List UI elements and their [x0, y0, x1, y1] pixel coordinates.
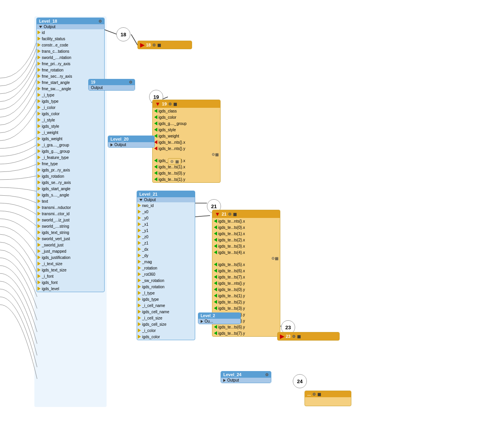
port-igds-rotation: igds_rotation	[37, 173, 104, 179]
writer-21-table-icon[interactable]: ▦	[233, 212, 237, 216]
writer-21-arrow-ts7-y	[214, 331, 217, 335]
port-arrow-i-color	[37, 105, 41, 109]
writer-21-port-ts2-y: igds_te...ts{2}.y	[212, 299, 280, 305]
port-arrow-igds-style	[37, 124, 41, 128]
port-dy: _dy	[137, 252, 195, 259]
writer-24-header[interactable]: ... ⚙ ▦	[305, 391, 351, 397]
port-sworld-ntation: sworld_....ntation	[37, 54, 104, 61]
svg-line-0	[103, 29, 117, 34]
writer-19-port-igds-te-nts-y: igds_te...nts{}.y	[153, 145, 220, 152]
writer-18-table-icon[interactable]: ▦	[157, 43, 161, 47]
port-igds-level: igds_level	[37, 286, 104, 292]
port-arrow-i-style	[37, 118, 41, 122]
writer-19-port-ts0-x: igds_te...ts{0}.x	[153, 157, 220, 164]
writer-19-arrow-ts1-y	[154, 177, 157, 181]
port-arrow-sworld-ntation	[37, 55, 41, 59]
level-22-header[interactable]: Level_2	[198, 313, 240, 319]
port-arrow-l-type	[138, 291, 141, 295]
writer-19-gear-icon[interactable]: ⚙	[168, 102, 172, 106]
writer-19-label-igds-g-group: igds_g...._group	[159, 121, 187, 126]
writer-21-arrow-ts6-x	[214, 269, 217, 273]
writer-19-arrow-igds-color	[154, 115, 157, 119]
writer-19-arrow-igds-g-group	[154, 121, 157, 125]
writer-20-table-icon[interactable]: ▦	[175, 159, 179, 164]
level-21-header[interactable]: Level_21	[137, 191, 195, 197]
port-arrow-sw-rot	[138, 278, 141, 282]
port-arrow-igds-cell-size	[138, 322, 141, 326]
port-arrow-z1	[138, 241, 141, 245]
writer-21-gear2-icon[interactable]: ⚙	[271, 256, 275, 261]
level-20-header[interactable]: Level_20	[108, 136, 154, 142]
writer-21-arrow-ts0-x	[214, 225, 217, 229]
port-igds-font: igds_font	[37, 279, 104, 286]
port-arrow-z0	[138, 235, 141, 239]
port-arrow-igds-color	[37, 112, 41, 116]
writer-19-arrow-igds-weight	[154, 134, 157, 138]
level-18-header[interactable]: Level_18 ⚙	[37, 18, 104, 24]
port-z1: _z1	[137, 240, 195, 246]
writer-21-label-ts3-x: igds_te...ts{3}.x	[218, 244, 245, 248]
port-i-cell-name: _i_cell_name	[137, 302, 195, 309]
writer-19-table2-icon[interactable]: ▦	[215, 152, 219, 157]
writer-23-table-icon[interactable]: ▦	[297, 334, 301, 339]
port-arrow-igds-level	[37, 287, 41, 291]
writer-21-arrow-te-nts-y	[214, 281, 217, 285]
level-19-inner-output[interactable]: Output	[89, 85, 135, 90]
port-arrow-fme-start	[37, 80, 41, 84]
level-24-header[interactable]: Level_24 ⚙	[221, 371, 271, 378]
port-arrow-transmi-c	[37, 212, 41, 216]
writer-24-table-icon[interactable]: ▦	[317, 392, 321, 396]
level-21-node: Level_21 Output rwo_id _x0 _y0 _x1 _y1 _…	[137, 191, 195, 340]
writer-21-label-ts2-x: igds_te...ts{2}.x	[218, 238, 245, 242]
writer-19-table-icon[interactable]: ▦	[173, 102, 177, 106]
level-24-node: Level_24 ⚙ Output	[221, 371, 271, 383]
writer-21-table2-icon[interactable]: ▦	[275, 256, 278, 261]
writer-19-header[interactable]: ▼ 19 ⚙ ▦	[153, 100, 220, 108]
level-22-collapse-icon	[201, 320, 203, 323]
level-18-gear-icon[interactable]: ⚙	[98, 19, 102, 23]
port-arrow-fme-rot	[37, 68, 41, 72]
writer-23-gear-icon[interactable]: ⚙	[292, 334, 296, 339]
writer-21-gear-icon[interactable]: ⚙	[228, 212, 232, 216]
port-arrow-mag	[138, 260, 141, 264]
port-arrow-i-color-21	[138, 328, 141, 332]
port-arrow-x1	[138, 222, 141, 226]
port-arrow-sworld-just	[37, 243, 41, 247]
writer-21-port-ts5-x: igds_te...ts{5}.x	[212, 261, 280, 268]
level-20-output-section[interactable]: Output	[108, 142, 154, 147]
port-igds-cell-size: igds_cell_size	[137, 321, 195, 327]
writer-19-arrow-igds-class	[154, 109, 157, 113]
writer-18-header[interactable]: ▶ 18 ⚙ ▦	[138, 41, 192, 49]
writer-19-port-ts1-y: igds_te...ts{1}.y	[153, 176, 220, 182]
writer-18-gear-icon[interactable]: ⚙	[152, 43, 156, 47]
writer-20-icon-bar[interactable]: ⚙ ▦	[168, 158, 181, 165]
level-24-output-section[interactable]: Output	[221, 378, 271, 383]
level-21-title: Level_21	[139, 192, 157, 196]
level-18-output-section[interactable]: Output	[37, 24, 104, 29]
level-24-gear-icon[interactable]: ⚙	[265, 373, 269, 377]
port-arrow-igds-weight	[37, 137, 41, 141]
port-igds-rotation-21: igds_rotation	[137, 284, 195, 290]
level-24-collapse-icon	[223, 379, 226, 382]
writer-21-port-te-nts-y: igds_te...nts{}.y	[212, 280, 280, 286]
port-arrow-sworld-iz	[37, 218, 41, 222]
port-trans: trans_c...tations	[37, 48, 104, 54]
port-arrow-rwo	[138, 203, 141, 207]
writer-21-port-ts3-x: igds_te...ts{3}.x	[212, 243, 280, 249]
writer-19-gear2-icon[interactable]: ⚙	[212, 152, 215, 157]
writer-24-gear-icon[interactable]: ⚙	[312, 392, 316, 396]
writer-19-port-igds-style: igds_style	[153, 127, 220, 133]
writer-19-label-igds-nts-y: igds_te...nts{}.y	[159, 146, 185, 151]
level-22-output-section[interactable]: Ou...	[198, 319, 240, 324]
level-21-output-section[interactable]: Output	[137, 197, 195, 202]
writer-21-header[interactable]: ▼ 21 ⚙ ▦	[212, 210, 280, 218]
port-arrow-igds-se	[37, 180, 41, 184]
writer-23-header[interactable]: ▶ 23 ⚙ ▦	[278, 332, 339, 340]
level-19-inner-gear[interactable]: ⚙	[129, 80, 132, 84]
callout-21-number: 21	[211, 203, 217, 209]
writer-21-label-ts3-y: igds_te...ts{3}.y	[218, 306, 245, 311]
writer-20-gear-icon[interactable]: ⚙	[170, 159, 174, 164]
port-id: id	[37, 29, 104, 36]
level-19-inner-header[interactable]: 19 ⚙	[89, 79, 135, 85]
writer-19-label-igds-weight: igds_weight	[159, 134, 179, 138]
